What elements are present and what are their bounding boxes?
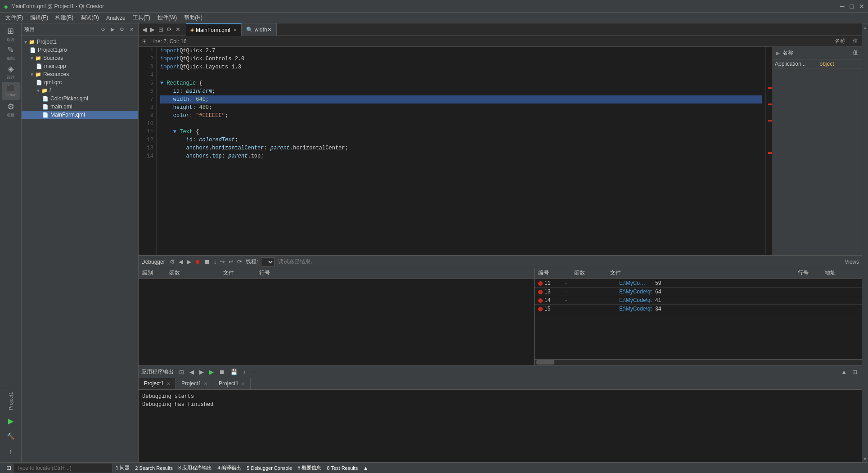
- toggle-output-btn[interactable]: ⊡: [4, 464, 14, 471]
- tree-item-colorpicker[interactable]: 📄 ColorPicker.qml: [22, 95, 138, 103]
- dbg-stop-btn[interactable]: ⏹: [202, 258, 212, 266]
- locate-input[interactable]: [14, 464, 113, 473]
- output-tab-p3[interactable]: Project1 ✕: [213, 378, 251, 389]
- tree-item-mainqml[interactable]: 📄 main.qml: [22, 103, 138, 111]
- output-tab-p2[interactable]: Project1 ✕: [176, 378, 213, 389]
- tree-sync-btn[interactable]: ⟳: [99, 26, 107, 34]
- tree-item-resources[interactable]: ▼ 📁 Resources: [22, 70, 138, 78]
- output-tab-p1-close[interactable]: ✕: [166, 381, 170, 386]
- out-remove-btn[interactable]: −: [250, 368, 257, 376]
- debug-icon: ⬛: [7, 85, 14, 92]
- status-test[interactable]: 8 Test Results: [324, 465, 360, 471]
- views-button[interactable]: Views: [845, 259, 859, 265]
- out-float-btn[interactable]: ⊡: [850, 368, 859, 376]
- out-prev-btn[interactable]: ◀: [188, 368, 196, 376]
- tab-nav-menu[interactable]: ⊟: [157, 26, 165, 33]
- dbg-record-btn[interactable]: ⏺: [193, 258, 202, 266]
- sidebar-edit[interactable]: ✎ 编辑: [2, 44, 20, 62]
- far-right-panel: ▲ ▼: [862, 23, 868, 462]
- app-icon: ◈: [4, 3, 9, 10]
- editor-scrollbar[interactable]: [765, 47, 772, 255]
- bottom-build-btn[interactable]: 🔨: [2, 429, 20, 443]
- output-tab-p3-close[interactable]: ✕: [241, 381, 245, 386]
- tree-collapse-btn[interactable]: ▶: [108, 26, 117, 34]
- menu-edit[interactable]: 编辑(E): [27, 13, 52, 23]
- dbg-step3-btn[interactable]: ↩: [227, 258, 235, 266]
- tree-item-project1[interactable]: ▼ 📁 Project1: [22, 38, 138, 46]
- bp-addr-15: [688, 305, 862, 313]
- tree-close-btn[interactable]: ✕: [127, 26, 135, 34]
- tree-filter-btn[interactable]: ⚙: [118, 26, 126, 34]
- menu-analyze[interactable]: Analyze: [103, 14, 129, 22]
- tab-search[interactable]: 🔍 width ✕: [242, 23, 277, 36]
- status-issues[interactable]: 1 问题: [113, 464, 132, 471]
- tab-search-close[interactable]: ✕: [267, 27, 272, 33]
- build-icon: 🔨: [7, 432, 14, 440]
- sidebar-welcome[interactable]: ⊞ 欢迎: [2, 25, 20, 43]
- minimize-button[interactable]: ─: [840, 3, 845, 10]
- status-up[interactable]: ▲: [360, 465, 371, 471]
- tree-item-sources[interactable]: ▼ 📁 Sources: [22, 54, 138, 62]
- tab-search-label: width: [255, 27, 267, 33]
- code-editor[interactable]: 1 2 3 4 5 6 7 8 9 10 11 12 13 14 import …: [139, 47, 772, 255]
- output-tab-p1[interactable]: Project1 ✕: [139, 378, 176, 389]
- debugger-label: Debugger: [141, 259, 165, 265]
- menu-controls[interactable]: 控件(W): [154, 13, 180, 23]
- tab-nav-next[interactable]: ▶: [148, 26, 157, 33]
- project-bottom-label: Project1: [8, 392, 13, 410]
- menu-tools[interactable]: 工具(T): [129, 13, 154, 23]
- menu-help[interactable]: 帮助(H): [180, 13, 206, 23]
- status-search[interactable]: 2 Search Results: [132, 465, 175, 471]
- status-appout[interactable]: 3 应用程序输出: [175, 464, 215, 471]
- tab-nav-prev[interactable]: ◀: [140, 26, 148, 33]
- out-clear-btn[interactable]: ⊡: [177, 368, 186, 376]
- status-dbgconsole[interactable]: 5 Debugger Console: [244, 465, 295, 471]
- sidebar-design[interactable]: ◈ 设计: [2, 63, 20, 81]
- bp-hscroll[interactable]: [535, 359, 862, 365]
- dbg-prev-btn[interactable]: ◀: [177, 258, 185, 266]
- out-run-btn[interactable]: ▶: [207, 368, 216, 376]
- sidebar-debug[interactable]: ⬛ Debug: [2, 82, 20, 100]
- thread-label: 线程:: [246, 258, 258, 266]
- sidebar-project[interactable]: ⚙ 项目: [2, 101, 20, 119]
- out-next-btn[interactable]: ▶: [198, 368, 206, 376]
- menu-file[interactable]: 文件(F): [2, 13, 27, 23]
- status-compile[interactable]: 4 编译输出: [215, 464, 244, 471]
- dbg-settings-btn[interactable]: ⚙: [168, 258, 177, 266]
- dbg-step1-btn[interactable]: ↓: [212, 258, 219, 266]
- tree-item-folder[interactable]: ▼ 📁 /: [22, 86, 138, 95]
- far-right-scroll-up[interactable]: ▲: [862, 25, 868, 31]
- code-content[interactable]: import QtQuick 2.7 import QtQuick.Contro…: [157, 47, 765, 255]
- output-panel: 应用程序输出 ⊡ ◀ ▶ ▶ ⏹ 💾 + − ▲ ⊡: [139, 365, 862, 463]
- tab-nav-sync[interactable]: ⟳: [165, 26, 174, 33]
- props-table: Application... object: [772, 59, 862, 255]
- tree-item-maincpp[interactable]: 📄 main.cpp: [22, 62, 138, 70]
- tree-item-project1pro[interactable]: 📄 Project1.pro: [22, 46, 138, 54]
- far-right-scroll-down[interactable]: ▼: [862, 456, 868, 462]
- out-add-btn[interactable]: +: [241, 368, 248, 376]
- bottom-run-btn[interactable]: ▶: [2, 414, 20, 428]
- code-line-9: color: "#EEEEEE";: [160, 112, 762, 120]
- tab-mainform[interactable]: ◈ MainForm.qml ✕: [186, 23, 242, 36]
- output-tab-p2-close[interactable]: ✕: [204, 381, 207, 386]
- out-stop-btn[interactable]: ⏹: [217, 368, 227, 376]
- tab-nav-close[interactable]: ✕: [174, 26, 182, 33]
- dbg-restart-btn[interactable]: ⟳: [235, 258, 244, 266]
- dbg-step2-btn[interactable]: ↪: [218, 258, 227, 266]
- tree-item-qmlqrc[interactable]: 📄 qml.qrc: [22, 78, 138, 86]
- bp-marker-4: [768, 152, 772, 154]
- out-expand-btn[interactable]: ▲: [839, 368, 849, 376]
- thread-select[interactable]: [261, 257, 274, 266]
- tree-item-mainformqml[interactable]: 📄 MainForm.qml: [22, 111, 138, 119]
- tab-mainform-close[interactable]: ✕: [233, 27, 237, 32]
- maximize-button[interactable]: □: [850, 3, 854, 10]
- code-line-2: import QtQuick.Controls 2.0: [160, 55, 762, 63]
- dbg-next-btn[interactable]: ▶: [185, 258, 193, 266]
- close-button[interactable]: ✕: [859, 3, 864, 10]
- menu-debug[interactable]: 调试(D): [77, 13, 103, 23]
- bottom-up-btn[interactable]: ↑: [2, 444, 20, 459]
- menu-build[interactable]: 构建(B): [52, 13, 77, 23]
- status-summary[interactable]: 6 概要信息: [295, 464, 324, 471]
- stack-panel: 级别 函数 文件 行号: [139, 268, 535, 365]
- out-save-btn[interactable]: 💾: [229, 368, 239, 376]
